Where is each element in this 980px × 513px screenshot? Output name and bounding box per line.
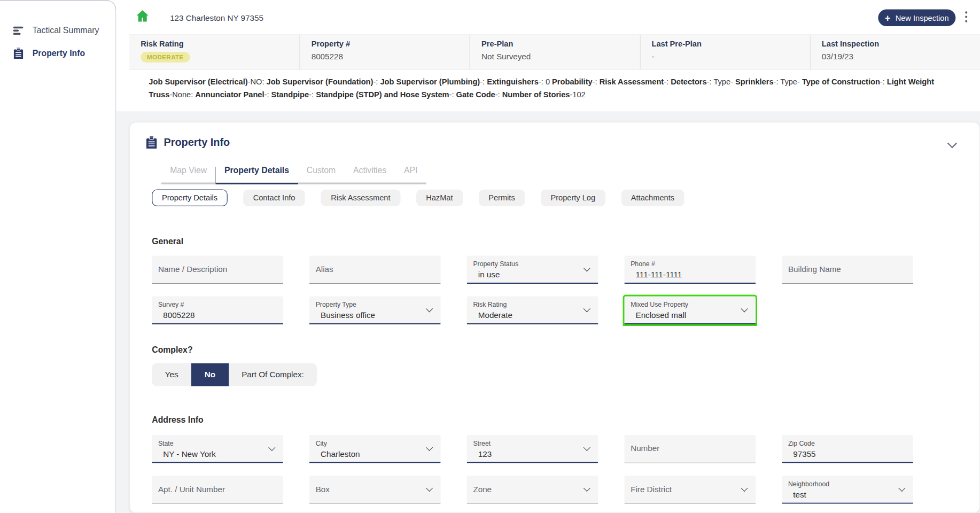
clipboard-icon [12, 48, 24, 59]
neighborhood-select[interactable]: Neighborhood test [782, 476, 913, 504]
stat-risk-rating: Risk Rating MODERATE [129, 35, 299, 69]
stat-last-pre-plan: Last Pre-Plan - [640, 35, 810, 69]
card-header: Property Info [146, 136, 230, 149]
kebab-menu-icon[interactable] [965, 11, 968, 25]
field-placeholder: Zone [467, 476, 598, 503]
field-label: City [309, 435, 441, 447]
summary-label: Job Supervisor (Electrical) [149, 77, 247, 86]
property-type-select[interactable]: Property Type Business office [309, 296, 441, 324]
tab-map-view[interactable]: Map View [161, 165, 216, 183]
top-header: 123 Charleston NY 97355 + New Inspection [116, 0, 980, 34]
field-value: 111-111-1111 [624, 268, 756, 279]
field-label: Survey # [152, 296, 283, 308]
sidebar-item-property-info[interactable]: Property Info [0, 41, 115, 65]
fire-district-select[interactable]: Fire District [624, 476, 756, 504]
complex-no-button[interactable]: No [191, 363, 228, 386]
zone-select[interactable]: Zone [467, 476, 598, 504]
sidebar-item-label: Property Info [33, 49, 85, 58]
phone-input[interactable]: Phone # 111-111-1111 [624, 255, 756, 284]
pill-attachments[interactable]: Attachments [621, 189, 685, 206]
stat-last-inspection: Last Inspection 03/19/23 [810, 35, 980, 69]
summary-label: Probability [552, 77, 593, 86]
summary-value: -: [480, 77, 487, 86]
field-label: Phone # [624, 255, 756, 267]
address-row-1: State NY - New York City Charleston Stre… [152, 435, 913, 463]
summary-value: -: [309, 91, 316, 99]
field-placeholder: Box [309, 476, 441, 503]
stat-property-number: Property # 8005228 [299, 35, 469, 69]
complex-toggle: Yes No Part Of Complex: [152, 363, 317, 386]
field-label: State [152, 435, 283, 447]
tactical-summary-icon [12, 26, 24, 35]
field-label: Property Type [309, 296, 441, 308]
summary-label: Standpipe (STDP) and Hose System [316, 91, 449, 99]
field-label: Mixed Use Property [624, 296, 756, 308]
summary-label: Job Supervisor (Plumbing) [380, 77, 480, 86]
summary-value: -: Type- [707, 77, 735, 86]
collapse-chevron-icon[interactable] [947, 138, 957, 148]
street-select[interactable]: Street 123 [467, 435, 598, 463]
mixed-use-property-select[interactable]: Mixed Use Property Enclosed mall [624, 296, 756, 324]
field-placeholder: Building Name [782, 255, 913, 283]
clipboard-icon [146, 136, 157, 149]
field-value: Enclosed mall [624, 308, 756, 320]
summary-text: Job Supervisor (Electrical)-NO: Job Supe… [149, 76, 956, 102]
property-status-select[interactable]: Property Status in use [467, 255, 598, 284]
state-select[interactable]: State NY - New York [152, 435, 283, 463]
apt-unit-number-input[interactable]: Apt. / Unit Number [152, 476, 283, 504]
summary-value: -: [593, 77, 600, 86]
general-row-2: Survey # 8005228 Property Type Business … [152, 296, 913, 324]
summary-label: Detectors [671, 77, 706, 86]
pill-permits[interactable]: Permits [478, 189, 525, 206]
box-select[interactable]: Box [309, 476, 441, 504]
field-label: Risk Rating [467, 296, 598, 308]
new-inspection-button[interactable]: + New Inspection [878, 10, 955, 27]
name-description-input[interactable]: Name / Description [152, 255, 283, 284]
sidebar-item-tactical-summary[interactable]: Tactical Summary [0, 19, 115, 41]
field-value: 97355 [782, 447, 913, 458]
risk-rating-badge: MODERATE [141, 52, 190, 63]
summary-label: Number of Stories [502, 91, 570, 99]
field-placeholder: Name / Description [152, 255, 283, 283]
tab-activities[interactable]: Activities [345, 165, 395, 183]
home-icon[interactable] [136, 10, 150, 25]
summary-value: -: [880, 77, 887, 86]
general-row-1: Name / Description Alias Property Status… [152, 255, 913, 284]
summary-label: Risk Assessment [600, 77, 664, 86]
tab-custom[interactable]: Custom [298, 165, 344, 183]
field-value: NY - New York [152, 447, 283, 458]
tab-api[interactable]: API [395, 165, 426, 183]
zip-code-input[interactable]: Zip Code 97355 [782, 435, 913, 463]
summary-value: -NO: [248, 77, 267, 86]
pill-hazmat[interactable]: HazMat [416, 189, 463, 206]
summary-value: -: Type- [774, 77, 802, 86]
main-content: 123 Charleston NY 97355 + New Inspection… [116, 0, 980, 513]
section-heading-address-info: Address Info [152, 415, 204, 425]
risk-rating-select[interactable]: Risk Rating Moderate [467, 296, 598, 324]
field-value: test [782, 487, 913, 499]
part-of-complex-button[interactable]: Part Of Complex: [229, 363, 317, 386]
field-placeholder: Alias [309, 255, 441, 283]
field-value: in use [467, 268, 598, 279]
tab-property-details[interactable]: Property Details [216, 165, 298, 183]
pill-risk-assessment[interactable]: Risk Assessment [321, 189, 400, 206]
survey-number-input[interactable]: Survey # 8005228 [152, 296, 283, 324]
card-title: Property Info [164, 136, 230, 149]
city-select[interactable]: City Charleston [309, 435, 441, 463]
complex-yes-button[interactable]: Yes [152, 363, 191, 386]
summary-value: -102 [570, 91, 585, 99]
field-value: Business office [309, 308, 441, 320]
alias-input[interactable]: Alias [309, 255, 441, 284]
summary-label: Type of Construction [802, 77, 880, 86]
pill-property-log[interactable]: Property Log [541, 189, 605, 206]
field-placeholder: Fire District [624, 476, 756, 503]
pill-property-details[interactable]: Property Details [152, 189, 227, 206]
field-value: Moderate [467, 308, 598, 320]
summary-value: -: 0 [539, 77, 552, 86]
sidebar: Tactical Summary Property Info [0, 0, 116, 513]
pill-contact-info[interactable]: Contact Info [243, 189, 305, 206]
number-input[interactable]: Number [624, 435, 756, 463]
summary-value: -: [265, 91, 271, 99]
building-name-input[interactable]: Building Name [782, 255, 913, 284]
field-label: Zip Code [782, 435, 913, 447]
